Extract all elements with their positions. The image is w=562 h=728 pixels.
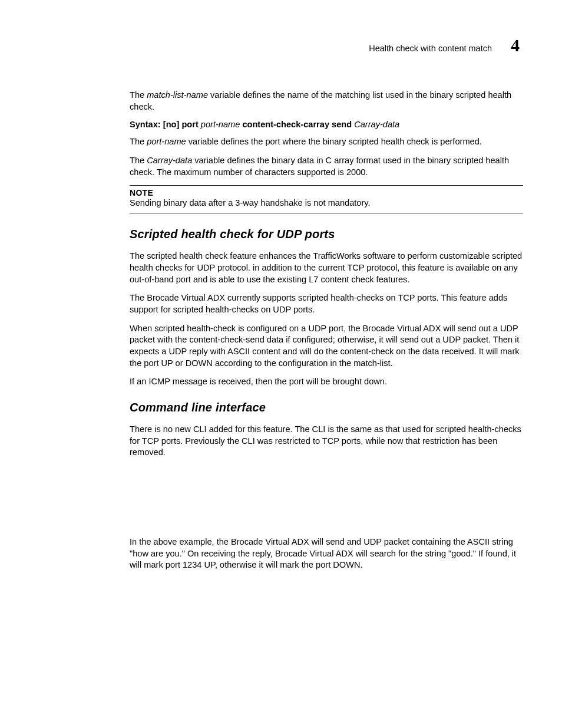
syntax-part: content-check-carray send xyxy=(240,120,354,129)
heading-cli: Command line interface xyxy=(130,401,523,414)
paragraph: When scripted health-check is configured… xyxy=(130,323,523,370)
paragraph: There is no new CLI added for this featu… xyxy=(130,424,523,459)
variable-carray-data: Carray-data xyxy=(147,156,192,165)
note-text: Sending binary data after a 3-way handsh… xyxy=(130,197,523,209)
text: variable defines the port where the bina… xyxy=(186,137,482,146)
text: The xyxy=(130,156,147,165)
text: The xyxy=(130,90,147,100)
paragraph-example: In the above example, the Brocade Virtua… xyxy=(130,536,523,571)
variable-match-list-name: match-list-name xyxy=(147,90,208,100)
paragraph-carray-data: The Carray-data variable defines the bin… xyxy=(130,155,523,178)
syntax-line: Syntax: [no] port port-name content-chec… xyxy=(130,120,523,129)
text: The xyxy=(130,137,147,146)
spacer xyxy=(130,466,523,536)
chapter-number: 4 xyxy=(511,35,520,55)
page-header: Health check with content match 4 xyxy=(130,35,523,55)
syntax-part: [no] port xyxy=(161,120,201,129)
header-title: Health check with content match xyxy=(369,44,492,53)
heading-scripted-udp: Scripted health check for UDP ports xyxy=(130,228,523,241)
paragraph: The Brocade Virtual ADX currently suppor… xyxy=(130,292,523,315)
variable-port-name: port-name xyxy=(147,137,186,146)
page-container: Health check with content match 4 The ma… xyxy=(0,0,562,728)
note-label: NOTE xyxy=(130,188,523,197)
paragraph-port-name: The port-name variable defines the port … xyxy=(130,136,523,148)
paragraph: If an ICMP message is received, then the… xyxy=(130,376,523,388)
paragraph-intro: The match-list-name variable defines the… xyxy=(130,90,523,113)
syntax-label: Syntax: xyxy=(130,120,161,129)
syntax-var-port-name: port-name xyxy=(201,120,240,129)
note-block: NOTE Sending binary data after a 3-way h… xyxy=(130,185,523,213)
paragraph: The scripted health check feature enhanc… xyxy=(130,251,523,285)
syntax-var-carray-data: Carray-data xyxy=(354,120,399,129)
